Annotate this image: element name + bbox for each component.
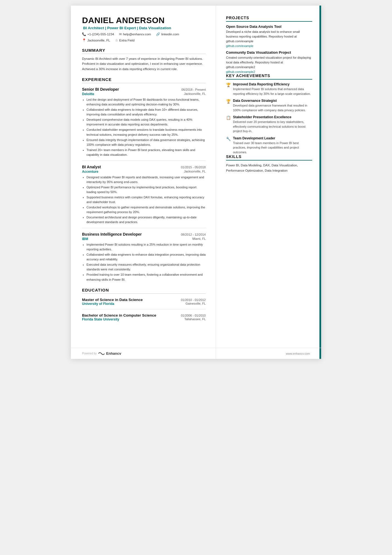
exp-sub-1: Accenture Jacksonville, FL xyxy=(82,170,206,174)
achievement-content-1: Data Governance Strategist Developed dat… xyxy=(233,99,312,112)
bullet-1-0: Designed scalable Power BI reports and d… xyxy=(86,175,206,184)
exp-title-2: Business Intelligence Developer xyxy=(82,232,142,236)
achievement-title-2: Stakeholder Presentation Excellence xyxy=(233,115,312,119)
resume-container: DANIEL ANDERSON BI Architect | Power BI … xyxy=(71,6,321,359)
contact-line: 📞 +1-(234)-555-1234 ✉ help@enhancv.com 🔗… xyxy=(82,32,206,42)
edu-sub-0: University of Florida Gainesville, FL xyxy=(82,302,206,306)
exp-bullets-0: Led the design and deployment of Power B… xyxy=(82,97,206,157)
bullet-1-2: Supported business metrics with complex … xyxy=(86,195,206,204)
edu-location-0: Gainesville, FL xyxy=(185,302,206,306)
exp-bullets-2: Implemented Power BI solutions resulting… xyxy=(82,242,206,282)
bullet-2-3: Provided training to over 10 team member… xyxy=(86,272,206,282)
header: DANIEL ANDERSON BI Architect | Power BI … xyxy=(82,16,206,42)
project-link-1[interactable]: github.com/example2 xyxy=(226,70,312,73)
bullet-0-2: Developed comprehensive data models usin… xyxy=(86,117,206,127)
bullet-0-1: Collaborated with data engineers to inte… xyxy=(86,107,206,117)
edu-date-0: 01/2010 - 01/2012 xyxy=(181,298,206,302)
edu-header-0: Master of Science in Data Science 01/201… xyxy=(82,298,206,302)
bullet-0-0: Led the design and deployment of Power B… xyxy=(86,97,206,107)
footer-brand: Powered by Enhancv xyxy=(82,351,121,356)
exp-bullets-1: Designed scalable Power BI reports and d… xyxy=(82,175,206,225)
linkedin-icon: 🔗 xyxy=(156,32,160,36)
exp-date-0: 06/2018 - Present xyxy=(182,88,206,91)
achievement-desc-3: Trained over 30 team members in Power BI… xyxy=(233,141,312,155)
edu-location-1: Tallahassee, FL xyxy=(184,317,206,321)
edu-school-0: University of Florida xyxy=(82,302,114,306)
edu-entry-0: Master of Science in Data Science 01/201… xyxy=(82,298,206,306)
exp-location-1: Jacksonville, FL xyxy=(184,170,206,174)
achievement-entry-0: 🏆 Improved Data Reporting Efficiency Imp… xyxy=(226,82,312,96)
achievement-title-1: Data Governance Strategist xyxy=(233,99,312,103)
skills-section: SKILLS Power BI, Data Modeling, DAX, Dat… xyxy=(226,154,312,173)
footer-website: www.enhancv.com xyxy=(286,352,310,355)
achievement-entry-1: 🏆 Data Governance Strategist Developed d… xyxy=(226,99,312,112)
project-entry-1: Community Data Visualization Project Cre… xyxy=(226,50,312,73)
exp-location-2: Miami, FL xyxy=(192,237,206,241)
experience-section: EXPERIENCE Senior BI Developer 06/2018 -… xyxy=(82,77,206,282)
achievement-title-3: Team Development Leader xyxy=(233,136,312,140)
exp-company-2: IBM xyxy=(82,237,88,241)
bullet-2-1: Collaborated with data engineers to enha… xyxy=(86,252,206,262)
exp-header-0: Senior BI Developer 06/2018 - Present xyxy=(82,87,206,92)
email-item: ✉ help@enhancv.com xyxy=(119,32,151,36)
achievement-content-3: Team Development Leader Trained over 30 … xyxy=(233,136,312,155)
bullet-0-4: Ensured data integrity through implement… xyxy=(86,138,206,147)
exp-entry-2: Business Intelligence Developer 08/2012 … xyxy=(82,232,206,282)
edu-date-1: 01/2006 - 01/2010 xyxy=(181,314,206,317)
email-icon: ✉ xyxy=(119,32,122,36)
phone-icon: 📞 xyxy=(82,32,86,36)
achievement-desc-1: Developed data governance framework that… xyxy=(233,103,312,112)
candidate-subtitle: BI Architect | Power BI Expert | Data Vi… xyxy=(82,26,206,30)
email-address: help@enhancv.com xyxy=(123,33,151,36)
enhancv-logo-icon xyxy=(98,352,105,356)
education-section: EDUCATION Master of Science in Data Scie… xyxy=(82,288,206,321)
candidate-name: DANIEL ANDERSON xyxy=(82,16,206,25)
exp-date-1: 01/2015 - 05/2018 xyxy=(181,166,206,169)
location: Jacksonville, FL xyxy=(87,39,110,42)
experience-title: EXPERIENCE xyxy=(82,77,206,83)
powered-by-label: Powered by xyxy=(82,352,97,355)
summary-text: Dynamic BI Architect with over 7 years o… xyxy=(82,56,206,71)
phone-number: +1-(234)-555-1234 xyxy=(87,33,114,36)
exp-entry-0: Senior BI Developer 06/2018 - Present De… xyxy=(82,87,206,157)
edu-degree-0: Master of Science in Data Science xyxy=(82,298,143,302)
achievement-icon-0: 🏆 xyxy=(226,83,231,87)
left-column: DANIEL ANDERSON BI Architect | Power BI … xyxy=(71,6,216,359)
summary-section: SUMMARY Dynamic BI Architect with over 7… xyxy=(82,48,206,71)
edu-degree-1: Bachelor of Science in Computer Science xyxy=(82,313,156,317)
bullet-1-3: Conducted workshops to gather requiremen… xyxy=(86,205,206,214)
project-link-0[interactable]: github.com/example xyxy=(226,44,312,48)
project-title-1: Community Data Visualization Project xyxy=(226,50,312,55)
education-title: EDUCATION xyxy=(82,288,206,294)
achievements-section: KEY ACHIEVEMENTS 🏆 Improved Data Reporti… xyxy=(226,73,312,154)
exp-title-1: BI Analyst xyxy=(82,165,101,169)
edu-header-1: Bachelor of Science in Computer Science … xyxy=(82,313,206,317)
bullet-0-5: Trained 20+ team members in Power BI bes… xyxy=(86,148,206,157)
edu-sub-1: Florida State University Tallahassee, FL xyxy=(82,317,206,321)
achievement-content-0: Improved Data Reporting Efficiency Imple… xyxy=(233,82,312,96)
extra-field-item: ☆ Extra Field xyxy=(115,38,135,42)
enhancv-brand-name: Enhancv xyxy=(106,351,121,356)
skills-title: SKILLS xyxy=(226,154,312,161)
exp-location-0: Jacksonville, FL xyxy=(184,92,206,96)
achievement-title-0: Improved Data Reporting Efficiency xyxy=(233,82,312,86)
exp-sub-2: IBM Miami, FL xyxy=(82,237,206,241)
bullet-1-1: Optimized Power BI performance by implem… xyxy=(86,185,206,194)
bullet-1-4: Documented architectural and design proc… xyxy=(86,215,206,225)
exp-header-2: Business Intelligence Developer 08/2012 … xyxy=(82,232,206,236)
skills-text: Power BI, Data Modeling, DAX, Data Visua… xyxy=(226,163,312,173)
linkedin-url: linkedin.com xyxy=(161,33,179,36)
achievement-entry-2: 📋 Stakeholder Presentation Excellence De… xyxy=(226,115,312,134)
project-desc-1: Created community-oriented visualization… xyxy=(226,55,312,70)
exp-company-1: Accenture xyxy=(82,170,98,174)
projects-title: PROJECTS xyxy=(226,16,312,22)
exp-title-0: Senior BI Developer xyxy=(82,87,119,92)
project-desc-0: Developed a niche data analysis tool to … xyxy=(226,29,312,44)
extra-field: Extra Field xyxy=(119,39,135,42)
location-item: 📍 Jacksonville, FL xyxy=(82,38,110,42)
achievement-icon-1: 🏆 xyxy=(226,99,231,103)
achievement-entry-3: 🔧 Team Development Leader Trained over 3… xyxy=(226,136,312,155)
project-title-0: Open Source Data Analysis Tool xyxy=(226,24,312,29)
achievement-icon-3: 🔧 xyxy=(226,137,231,141)
exp-sub-0: Deloitte Jacksonville, FL xyxy=(82,92,206,96)
